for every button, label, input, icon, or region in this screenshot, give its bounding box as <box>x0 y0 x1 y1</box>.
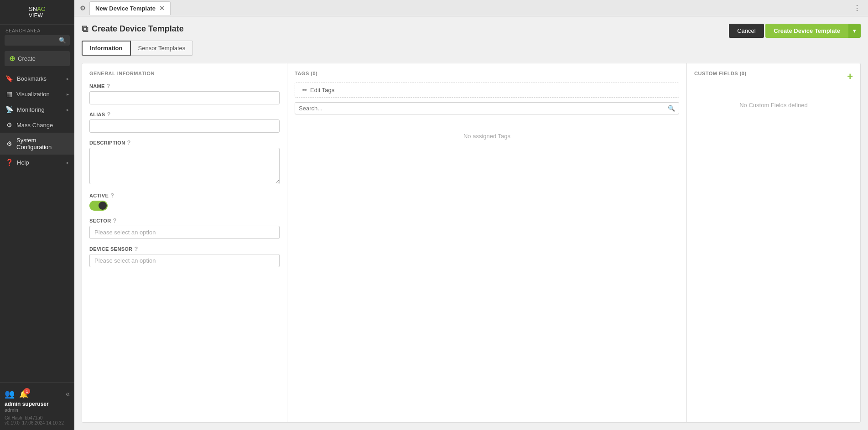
cancel-button[interactable]: Cancel <box>729 24 764 38</box>
tab-more-button[interactable]: ⋮ <box>850 2 864 14</box>
chevron-right-icon: ▸ <box>67 107 69 112</box>
user-row: 👥 🔔 1 « <box>5 387 70 401</box>
active-field-group: ACTIVE? <box>89 192 280 211</box>
git-info: Git Hash: bb471a0 v0.19.0 17.06.2024 14:… <box>5 415 70 425</box>
custom-fields-header: CUSTOM FIELDS (0) + <box>694 71 853 83</box>
no-tags-message: No assigned Tags <box>295 119 679 153</box>
sidebar-item-visualization[interactable]: ▦ Visualization ▸ <box>0 86 74 102</box>
main-header: ⧉ Create Device Template Information Sen… <box>82 24 861 63</box>
add-custom-field-button[interactable]: + <box>847 72 853 82</box>
header-right: Cancel Create Device Template▾ <box>729 24 861 38</box>
description-help-icon[interactable]: ? <box>127 139 130 146</box>
sidebar-item-label: Bookmarks <box>17 75 47 82</box>
main-area: ⚙ New Device Template ✕ ⋮ ⧉ Create Devic… <box>74 0 868 430</box>
logo-ag: AG <box>37 5 46 12</box>
collapse-sidebar-button[interactable]: « <box>66 390 70 398</box>
sector-field-group: SECTOR? Please select an option <box>89 217 280 239</box>
custom-fields-panel: CUSTOM FIELDS (0) + No Custom Fields def… <box>687 63 860 422</box>
sidebar-item-monitoring[interactable]: 📡 Monitoring ▸ <box>0 102 74 117</box>
tags-panel: TAGS (0) ✏ Edit Tags 🔍 No assigned Tags <box>287 63 687 422</box>
create-device-dropdown-button[interactable]: ▾ <box>848 24 861 38</box>
alias-field-group: ALIAS? <box>89 111 280 133</box>
header-left: ⧉ Create Device Template Information Sen… <box>82 24 729 63</box>
device-sensor-label: DEVICE SENSOR? <box>89 245 280 252</box>
logo-sn: SN <box>29 5 37 12</box>
search-box[interactable]: 🔍 <box>5 35 70 46</box>
three-column-layout: GENERAL INFORMATION NAME? ALIAS? DESCRI <box>82 63 861 423</box>
device-sensor-select[interactable]: Please select an option <box>89 254 280 267</box>
sidebar: SNAG VIEW SEARCH AREA 🔍 ⊕ Create 🔖 Bookm… <box>0 0 74 430</box>
tab-information[interactable]: Information <box>82 41 131 56</box>
sidebar-item-help[interactable]: ❓ Help ▸ <box>0 155 74 170</box>
user-icon-button[interactable]: 👥 <box>5 389 15 399</box>
sidebar-nav: 🔖 Bookmarks ▸ ▦ Visualization ▸ 📡 Monito… <box>0 71 74 170</box>
sector-select[interactable]: Please select an option <box>89 226 280 239</box>
notification-badge: 1 <box>24 388 30 394</box>
bookmarks-icon: 🔖 <box>5 75 13 82</box>
tags-search-icon: 🔍 <box>668 105 675 112</box>
tab-close-icon[interactable]: ✕ <box>159 5 165 12</box>
name-field-group: NAME? <box>89 83 280 104</box>
active-label: ACTIVE? <box>89 192 280 199</box>
sidebar-item-label: Mass Change <box>16 122 53 129</box>
user-role: admin <box>5 407 70 413</box>
sidebar-item-mass-change[interactable]: ⚙ Mass Change <box>0 117 74 133</box>
tags-search[interactable]: 🔍 <box>295 102 679 114</box>
tags-search-input[interactable] <box>299 105 665 112</box>
monitoring-icon: 📡 <box>5 106 13 113</box>
chevron-right-icon: ▸ <box>67 92 69 97</box>
page-title: ⧉ Create Device Template <box>82 24 729 34</box>
active-help-icon[interactable]: ? <box>110 192 114 199</box>
description-field-group: DESCRIPTION? <box>89 139 280 186</box>
layers-icon: ⧉ <box>82 24 88 34</box>
mass-change-icon: ⚙ <box>5 121 13 129</box>
chevron-right-icon: ▸ <box>67 160 69 165</box>
chevron-right-icon: ▸ <box>67 76 69 81</box>
alias-help-icon[interactable]: ? <box>107 111 111 118</box>
general-info-title: GENERAL INFORMATION <box>89 71 280 76</box>
system-config-icon: ⚙ <box>5 140 13 147</box>
sector-label: SECTOR? <box>89 217 280 224</box>
alias-label: ALIAS? <box>89 111 280 118</box>
tab-label: New Device Template <box>95 5 156 12</box>
sector-help-icon[interactable]: ? <box>113 217 116 224</box>
settings-icon-button[interactable]: ⚙ <box>78 2 88 14</box>
device-sensor-help-icon[interactable]: ? <box>134 245 138 252</box>
sidebar-item-label: Help <box>17 159 29 166</box>
logo-view: VIEW <box>29 12 46 19</box>
general-info-panel: GENERAL INFORMATION NAME? ALIAS? DESCRI <box>82 63 287 422</box>
help-icon: ❓ <box>5 159 13 166</box>
user-name: admin superuser <box>5 401 70 407</box>
name-help-icon[interactable]: ? <box>107 83 110 89</box>
visualization-icon: ▦ <box>5 90 13 98</box>
create-button[interactable]: ⊕ Create <box>5 51 70 66</box>
search-area-label: SEARCH AREA <box>0 25 74 35</box>
tab-bar: ⚙ New Device Template ✕ ⋮ <box>74 0 868 16</box>
active-toggle[interactable] <box>89 201 280 211</box>
create-button-label: Create <box>18 55 36 62</box>
tags-title: TAGS (0) <box>295 71 679 76</box>
toggle-track[interactable] <box>89 201 108 211</box>
name-input[interactable] <box>89 91 280 104</box>
search-input[interactable] <box>8 37 59 44</box>
alias-input[interactable] <box>89 119 280 133</box>
tab-sensor-templates[interactable]: Sensor Templates <box>131 41 193 56</box>
logo: SNAG VIEW <box>0 0 74 25</box>
sidebar-item-label: Monitoring <box>17 106 45 113</box>
custom-fields-title: CUSTOM FIELDS (0) <box>694 71 747 76</box>
sub-tabs: Information Sensor Templates <box>82 41 729 56</box>
edit-tags-button[interactable]: ✏ Edit Tags <box>295 83 679 98</box>
device-sensor-field-group: DEVICE SENSOR? Please select an option <box>89 245 280 267</box>
name-label: NAME? <box>89 83 280 89</box>
edit-icon: ✏ <box>302 87 307 93</box>
notification-button[interactable]: 🔔 1 <box>19 390 28 399</box>
description-label: DESCRIPTION? <box>89 139 280 146</box>
search-icon: 🔍 <box>59 37 66 44</box>
sidebar-bottom: 👥 🔔 1 « admin superuser admin Git Hash: … <box>0 382 74 430</box>
sidebar-item-label: Visualization <box>16 91 50 98</box>
sidebar-item-bookmarks[interactable]: 🔖 Bookmarks ▸ <box>0 71 74 86</box>
tab-new-device-template[interactable]: New Device Template ✕ <box>89 1 171 15</box>
description-textarea[interactable] <box>89 148 280 184</box>
create-device-template-button[interactable]: Create Device Template <box>765 24 848 38</box>
sidebar-item-system-config[interactable]: ⚙ System Configuration <box>0 133 74 155</box>
